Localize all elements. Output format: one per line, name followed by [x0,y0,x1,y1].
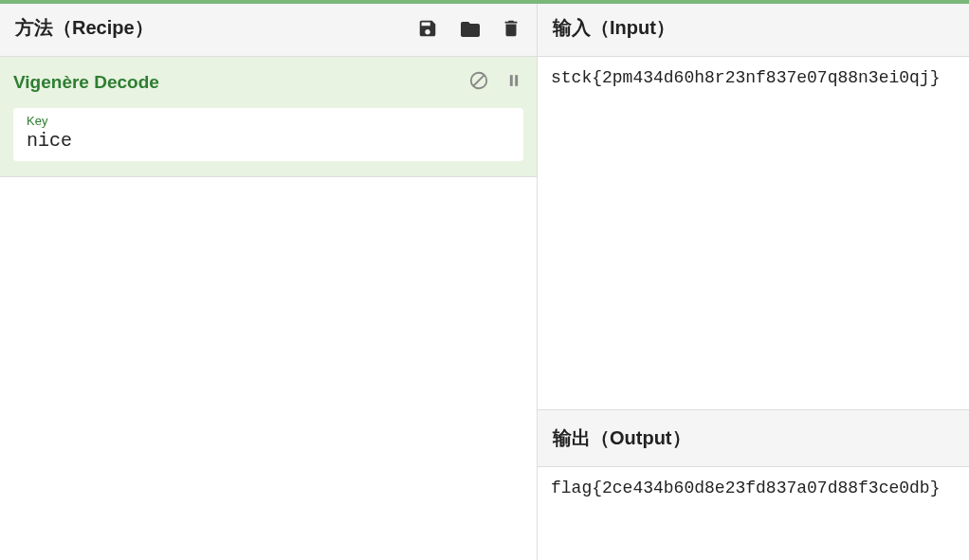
key-value: nice [27,130,510,152]
input-title: 输入（Input） [553,15,675,41]
svg-rect-3 [515,75,518,86]
pause-icon[interactable] [504,71,523,94]
operation-controls [468,70,523,95]
key-input-field[interactable]: Key nice [13,108,523,161]
key-label: Key [27,114,510,128]
recipe-header-icons [417,18,521,39]
input-header: 输入（Input） [538,0,969,57]
operation-name: Vigenère Decode [13,72,159,93]
recipe-header: 方法（Recipe） [0,0,537,57]
output-header: 输出（Output） [538,410,969,467]
recipe-panel: 方法（Recipe） Vigenère Decode [0,0,538,560]
output-textarea[interactable]: flag{2ce434b60d8e23fd837a07d88f3ce0db} [538,467,969,560]
operation-vigenere-decode[interactable]: Vigenère Decode Key nice [0,57,537,177]
delete-icon[interactable] [501,18,521,39]
input-section: 输入（Input） stck{2pm434d60h8r23nf837e07q88… [538,0,969,409]
svg-line-1 [474,76,484,86]
recipe-title: 方法（Recipe） [15,15,154,41]
save-icon[interactable] [417,18,438,39]
output-section: 输出（Output） flag{2ce434b60d8e23fd837a07d8… [538,409,969,560]
folder-icon[interactable] [459,18,480,39]
input-textarea[interactable]: stck{2pm434d60h8r23nf837e07q88n3ei0qj} [538,57,969,409]
disable-icon[interactable] [468,70,489,95]
output-title: 输出（Output） [553,425,691,451]
io-panel: 输入（Input） stck{2pm434d60h8r23nf837e07q88… [538,0,969,560]
svg-rect-2 [510,75,513,86]
operation-header: Vigenère Decode [13,70,523,95]
